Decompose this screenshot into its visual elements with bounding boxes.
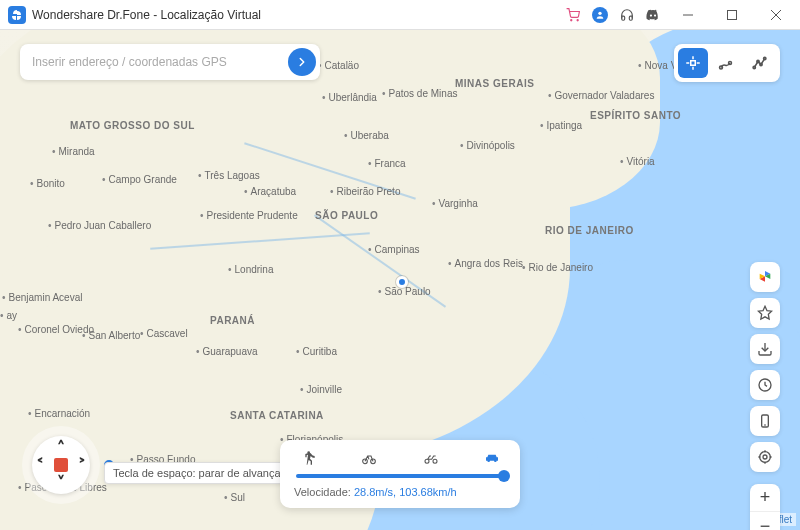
map-city-label: Ribeirão Preto xyxy=(330,186,400,197)
search-input[interactable] xyxy=(32,55,288,69)
mode-multi-spot[interactable] xyxy=(746,48,776,78)
map-city-label: Angra dos Reis xyxy=(448,258,523,269)
map-city-label: Três Lagoas xyxy=(198,170,260,181)
map-city-label: Ipatinga xyxy=(540,120,582,131)
joystick-up[interactable]: ˄ xyxy=(57,438,65,457)
joystick-left[interactable]: ˂ xyxy=(36,456,44,475)
window-minimize[interactable] xyxy=(672,5,704,25)
map-city-label: Curitiba xyxy=(296,346,337,357)
cart-icon[interactable] xyxy=(566,8,580,22)
map-city-label: Pedro Juan Caballero xyxy=(48,220,151,231)
map-city-label: Londrina xyxy=(228,264,273,275)
joystick-right[interactable]: ˃ xyxy=(78,456,86,475)
zoom-controls: + − xyxy=(750,484,780,530)
map-city-label: Patos de Minas xyxy=(382,88,457,99)
svg-rect-7 xyxy=(691,61,696,66)
map-city-label: Miranda xyxy=(52,146,95,157)
speed-panel: Velocidade: 28.8m/s, 103.68km/h xyxy=(280,440,520,508)
zoom-out-button[interactable]: − xyxy=(750,512,780,530)
import-button[interactable] xyxy=(750,334,780,364)
side-tool-column: + − xyxy=(750,262,780,530)
window-close[interactable] xyxy=(760,5,792,25)
joystick[interactable]: ˄ ˅ ˂ ˃ xyxy=(22,426,100,504)
speed-slider-thumb[interactable] xyxy=(498,470,510,482)
speed-value: 28.8m/s, 103.68km/h xyxy=(354,486,457,498)
discord-icon[interactable] xyxy=(646,8,660,22)
map-state-label: PARANÁ xyxy=(210,315,255,326)
search-bar xyxy=(20,44,320,80)
map-city-label: Vitória xyxy=(620,156,655,167)
mode-teleport[interactable] xyxy=(678,48,708,78)
map-city-label: Benjamin Aceval xyxy=(2,292,82,303)
svg-point-20 xyxy=(760,452,771,463)
map-state-label: MATO GROSSO DO SUL xyxy=(70,120,195,131)
speed-walk-icon[interactable] xyxy=(298,448,318,468)
map-city-label: Sul xyxy=(224,492,245,503)
svg-point-8 xyxy=(720,66,723,69)
map-city-label: Bonito xyxy=(30,178,65,189)
speed-motorcycle-icon[interactable] xyxy=(421,448,441,468)
map-city-label: San Alberto xyxy=(82,330,140,341)
svg-marker-14 xyxy=(758,306,771,319)
joystick-tooltip: Tecla de espaço: parar de alvançar xyxy=(104,462,293,484)
joystick-stop[interactable] xyxy=(54,458,68,472)
map-city-label: Presidente Prudente xyxy=(200,210,298,221)
app-logo xyxy=(8,6,26,24)
favorites-button[interactable] xyxy=(750,298,780,328)
user-icon[interactable] xyxy=(592,7,608,23)
svg-rect-4 xyxy=(728,10,737,19)
google-maps-button[interactable] xyxy=(750,262,780,292)
svg-point-0 xyxy=(571,19,572,20)
zoom-in-button[interactable]: + xyxy=(750,484,780,512)
headset-icon[interactable] xyxy=(620,8,634,22)
location-marker[interactable] xyxy=(396,276,408,288)
map-city-label: Varginha xyxy=(432,198,478,209)
speed-car-icon[interactable] xyxy=(482,448,502,468)
speed-label: Velocidade: xyxy=(294,486,351,498)
map-city-label: Araçatuba xyxy=(244,186,296,197)
map-city-label: Divinópolis xyxy=(460,140,515,151)
map-city-label: Campinas xyxy=(368,244,420,255)
map-state-label: SANTA CATARINA xyxy=(230,410,324,421)
search-go-button[interactable] xyxy=(288,48,316,76)
window-maximize[interactable] xyxy=(716,5,748,25)
map-city-label: Campo Grande xyxy=(102,174,177,185)
map-city-label: Cataläo xyxy=(318,60,359,71)
map-city-label: Guarapuava xyxy=(196,346,258,357)
map-city-label: Cascavel xyxy=(140,328,188,339)
recenter-button[interactable] xyxy=(750,442,780,472)
map-state-label: RIO DE JANEIRO xyxy=(545,225,634,236)
svg-point-2 xyxy=(598,11,601,14)
map-state-label: MINAS GERAIS xyxy=(455,78,534,89)
speed-slider[interactable] xyxy=(296,474,504,478)
device-button[interactable] xyxy=(750,406,780,436)
app-title: Wondershare Dr.Fone - Localização Virtua… xyxy=(32,8,566,22)
map-city-label: Joinville xyxy=(300,384,342,395)
joystick-down[interactable]: ˅ xyxy=(57,473,65,492)
map-city-label: São Paulo xyxy=(378,286,431,297)
map-city-label: Governador Valadares xyxy=(548,90,654,101)
mode-two-spot[interactable] xyxy=(712,48,742,78)
svg-point-29 xyxy=(433,459,437,463)
svg-point-9 xyxy=(729,62,732,65)
mode-bar xyxy=(674,44,780,82)
map-state-label: ESPÍRITO SANTO xyxy=(590,110,681,121)
map-city-label: Franca xyxy=(368,158,406,169)
titlebar: Wondershare Dr.Fone - Localização Virtua… xyxy=(0,0,800,30)
history-button[interactable] xyxy=(750,370,780,400)
map-city-label: ay xyxy=(0,310,17,321)
map-city-label: Rio de Janeiro xyxy=(522,262,593,273)
map-state-label: SÃO PAULO xyxy=(315,210,378,221)
speed-bicycle-icon[interactable] xyxy=(359,448,379,468)
map-city-label: Uberlândia xyxy=(322,92,377,103)
map-city-label: Uberaba xyxy=(344,130,389,141)
svg-point-19 xyxy=(763,455,767,459)
map-city-label: Encarnación xyxy=(28,408,90,419)
svg-point-1 xyxy=(577,19,578,20)
svg-point-28 xyxy=(425,459,429,463)
